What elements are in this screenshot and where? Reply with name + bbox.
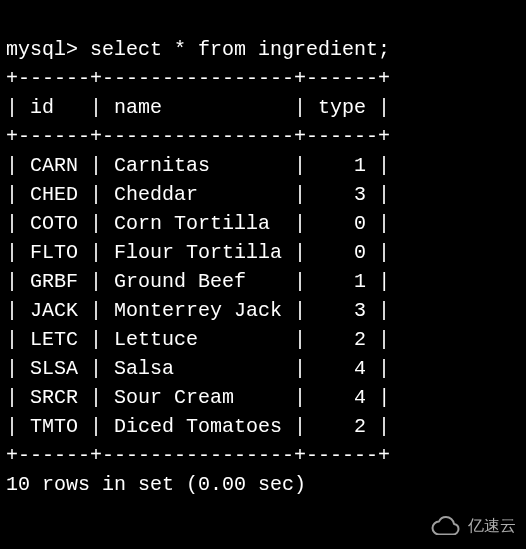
cell-id: SLSA [30, 357, 78, 380]
cell-name: Diced Tomatoes [114, 415, 282, 438]
table-row: | LETC | Lettuce | 2 | [6, 328, 390, 351]
cell-name: Salsa [114, 357, 174, 380]
cell-name: Corn Tortilla [114, 212, 270, 235]
sql-query: select * from ingredient; [90, 38, 390, 61]
prompt-line: mysql> select * from ingredient; [6, 38, 390, 61]
cell-id: CHED [30, 183, 78, 206]
header-type: type [318, 96, 366, 119]
table-row: | SRCR | Sour Cream | 4 | [6, 386, 390, 409]
table-row: | COTO | Corn Tortilla | 0 | [6, 212, 390, 235]
cell-id: FLTO [30, 241, 78, 264]
cell-name: Carnitas [114, 154, 210, 177]
cell-id: LETC [30, 328, 78, 351]
cell-type: 3 [354, 299, 366, 322]
table-row: | SLSA | Salsa | 4 | [6, 357, 390, 380]
cell-type: 1 [354, 154, 366, 177]
cell-type: 3 [354, 183, 366, 206]
prompt-prefix: mysql> [6, 38, 78, 61]
table-row: | CHED | Cheddar | 3 | [6, 183, 390, 206]
cloud-icon [428, 515, 462, 535]
cell-id: GRBF [30, 270, 78, 293]
cell-id: COTO [30, 212, 78, 235]
cell-name: Cheddar [114, 183, 198, 206]
cell-type: 0 [354, 212, 366, 235]
header-name: name [114, 96, 162, 119]
cell-id: SRCR [30, 386, 78, 409]
cell-type: 0 [354, 241, 366, 264]
cell-type: 4 [354, 357, 366, 380]
table-row: | TMTO | Diced Tomatoes | 2 | [6, 415, 390, 438]
table-row: | CARN | Carnitas | 1 | [6, 154, 390, 177]
watermark-text: 亿速云 [468, 514, 516, 537]
cell-id: TMTO [30, 415, 78, 438]
cell-name: Monterrey Jack [114, 299, 282, 322]
cell-type: 2 [354, 328, 366, 351]
table-row: | JACK | Monterrey Jack | 3 | [6, 299, 390, 322]
result-footer: 10 rows in set (0.00 sec) [6, 473, 306, 496]
table-top-border: +------+----------------+------+ [6, 67, 390, 90]
cell-type: 4 [354, 386, 366, 409]
header-id: id [30, 96, 54, 119]
table-bottom-border: +------+----------------+------+ [6, 444, 390, 467]
cell-name: Ground Beef [114, 270, 246, 293]
cell-name: Flour Tortilla [114, 241, 282, 264]
table-header-border: +------+----------------+------+ [6, 125, 390, 148]
cell-name: Lettuce [114, 328, 198, 351]
cell-type: 1 [354, 270, 366, 293]
table-row: | FLTO | Flour Tortilla | 0 | [6, 241, 390, 264]
cell-name: Sour Cream [114, 386, 234, 409]
terminal-output: mysql> select * from ingredient; +------… [6, 6, 520, 499]
table-row: | GRBF | Ground Beef | 1 | [6, 270, 390, 293]
watermark: 亿速云 [428, 514, 516, 537]
table-header-row: | id | name | type | [6, 96, 390, 119]
cell-type: 2 [354, 415, 366, 438]
cell-id: JACK [30, 299, 78, 322]
cell-id: CARN [30, 154, 78, 177]
